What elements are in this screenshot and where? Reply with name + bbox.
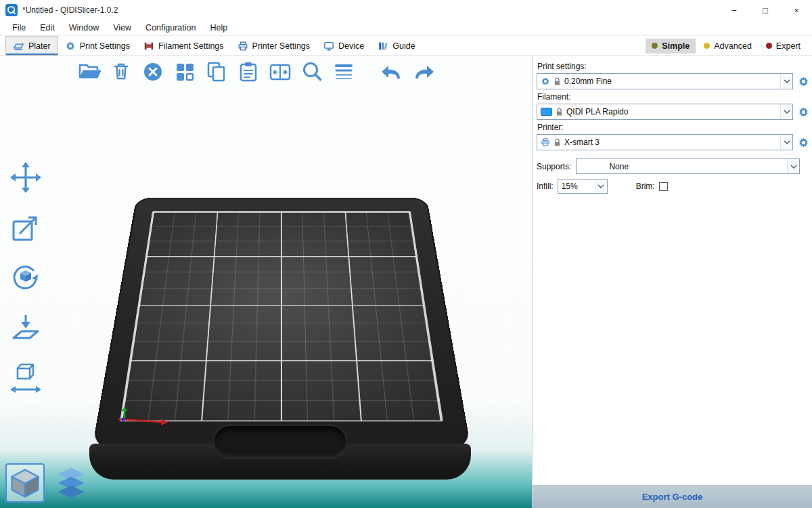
tabbar: Plater Print Settings Filament Settings … xyxy=(0,35,812,56)
printer-icon xyxy=(238,41,248,51)
filament-combo[interactable]: QIDI PLA Rapido xyxy=(537,104,793,120)
delete-button[interactable] xyxy=(108,58,135,85)
print-settings-value: 0.20mm Fine xyxy=(564,77,612,86)
chevron-down-icon[interactable] xyxy=(780,104,792,119)
tab-print-settings-label: Print Settings xyxy=(80,41,130,51)
print-settings-gear-button[interactable] xyxy=(797,75,809,87)
chevron-down-icon[interactable] xyxy=(595,179,607,193)
copy-button[interactable] xyxy=(203,58,230,85)
expert-mode-dot-icon xyxy=(766,43,772,49)
plater-icon xyxy=(13,40,24,51)
lock-icon xyxy=(554,138,561,147)
filament-value: QIDI PLA Rapido xyxy=(566,107,628,117)
split-view-button[interactable] xyxy=(267,58,294,85)
tab-print-settings[interactable]: Print Settings xyxy=(58,36,137,56)
mode-expert-label: Expert xyxy=(776,41,800,51)
infill-combo[interactable]: 15% xyxy=(558,179,608,194)
advanced-mode-dot-icon xyxy=(704,43,710,49)
axes-indicator-icon xyxy=(114,379,173,425)
menu-edit[interactable]: Edit xyxy=(33,22,62,34)
lock-icon xyxy=(554,77,561,86)
filament-label: Filament: xyxy=(537,92,809,102)
measure-tool-button[interactable] xyxy=(7,359,45,397)
supports-combo[interactable]: None xyxy=(576,158,800,174)
app-logo-icon xyxy=(5,4,18,16)
undo-button[interactable] xyxy=(378,58,405,85)
filament-color-swatch xyxy=(541,108,552,116)
titlebar: *Untitled - QIDISlicer-1.0.2 − □ × xyxy=(0,0,812,20)
variable-layer-height-button[interactable] xyxy=(330,58,357,85)
supports-value: None xyxy=(609,162,629,171)
editor-view-button[interactable] xyxy=(5,463,45,503)
mode-advanced[interactable]: Advanced xyxy=(698,39,758,54)
tab-plater[interactable]: Plater xyxy=(5,36,58,56)
redo-button[interactable] xyxy=(410,58,437,85)
tab-printer-settings[interactable]: Printer Settings xyxy=(231,36,317,56)
export-gcode-button[interactable]: Export G-code xyxy=(533,485,812,508)
mode-simple[interactable]: Simple xyxy=(646,39,696,54)
gear-icon xyxy=(541,77,550,86)
tab-filament-settings-label: Filament Settings xyxy=(158,41,224,51)
brim-label: Brim: xyxy=(636,182,655,191)
menubar: File Edit Window View Configuration Help xyxy=(0,20,812,35)
filament-gear-button[interactable] xyxy=(797,106,809,118)
window-title: *Untitled - QIDISlicer-1.0.2 xyxy=(22,5,118,15)
infill-label: Infill: xyxy=(537,182,554,191)
tab-guide-label: Guide xyxy=(392,41,415,51)
tab-plater-label: Plater xyxy=(28,41,51,51)
mode-expert[interactable]: Expert xyxy=(760,39,807,54)
brim-checkbox[interactable] xyxy=(659,182,668,191)
bed-handle-cutout xyxy=(215,426,346,457)
simple-mode-dot-icon xyxy=(652,43,658,49)
menu-help[interactable]: Help xyxy=(203,22,235,34)
printer-value: X-smart 3 xyxy=(564,137,600,147)
open-file-button[interactable] xyxy=(76,58,103,85)
lock-icon xyxy=(556,108,563,117)
place-on-face-tool-button[interactable] xyxy=(7,309,45,347)
printer-gear-button[interactable] xyxy=(797,136,809,148)
gear-icon xyxy=(65,41,76,51)
3d-viewport[interactable] xyxy=(0,57,532,508)
tab-device[interactable]: Device xyxy=(317,36,371,56)
bed-front-skirt xyxy=(89,444,471,480)
mode-switcher: Simple Advanced Expert xyxy=(646,39,807,54)
chevron-down-icon[interactable] xyxy=(780,135,792,150)
gizmo-toolbar xyxy=(7,158,45,397)
scale-tool-button[interactable] xyxy=(7,209,45,247)
printer-icon xyxy=(541,137,550,147)
printer-label: Printer: xyxy=(537,123,809,132)
view-switcher xyxy=(5,463,91,503)
print-settings-label: Print settings: xyxy=(537,62,809,71)
window-controls: − □ × xyxy=(719,0,812,20)
arrange-button[interactable] xyxy=(171,58,198,85)
chevron-down-icon[interactable] xyxy=(780,74,792,89)
menu-window[interactable]: Window xyxy=(62,22,106,34)
infill-value: 15% xyxy=(562,182,578,191)
mode-advanced-label: Advanced xyxy=(714,41,752,51)
settings-panel: Print settings: 0.20mm Fine Filament: QI… xyxy=(532,57,812,508)
menu-file[interactable]: File xyxy=(5,22,33,34)
print-settings-combo[interactable]: 0.20mm Fine xyxy=(537,73,793,89)
tab-guide[interactable]: Guide xyxy=(371,36,422,56)
filament-icon xyxy=(143,41,154,51)
viewport-toolbar xyxy=(76,58,437,85)
preview-view-button[interactable] xyxy=(51,463,91,503)
guide-icon xyxy=(378,41,388,51)
tab-printer-settings-label: Printer Settings xyxy=(252,41,310,51)
close-button[interactable]: × xyxy=(781,0,812,20)
minimize-button[interactable]: − xyxy=(719,0,750,20)
printer-combo[interactable]: X-smart 3 xyxy=(537,134,793,150)
tab-device-label: Device xyxy=(338,41,364,51)
move-tool-button[interactable] xyxy=(7,158,45,196)
maximize-button[interactable]: □ xyxy=(750,0,781,20)
chevron-down-icon[interactable] xyxy=(787,159,799,173)
delete-all-button[interactable] xyxy=(139,58,166,85)
tab-filament-settings[interactable]: Filament Settings xyxy=(137,36,231,56)
menu-view[interactable]: View xyxy=(106,22,139,34)
paste-button[interactable] xyxy=(235,58,262,85)
rotate-tool-button[interactable] xyxy=(7,259,45,297)
supports-label: Supports: xyxy=(537,162,571,171)
mode-simple-label: Simple xyxy=(662,41,690,51)
search-button[interactable] xyxy=(298,58,325,85)
menu-configuration[interactable]: Configuration xyxy=(139,22,203,34)
